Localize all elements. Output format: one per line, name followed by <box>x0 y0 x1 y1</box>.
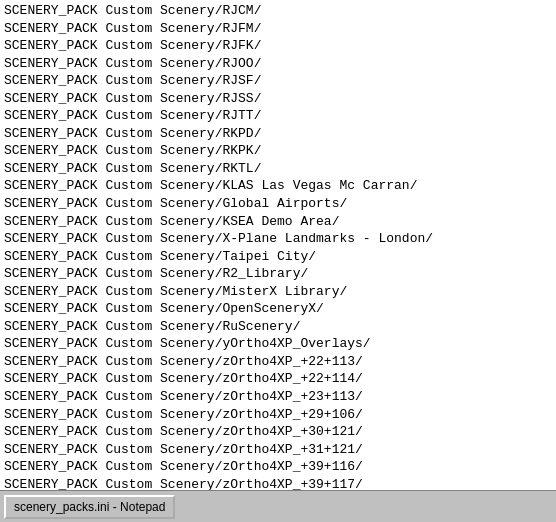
list-item: SCENERY_PACK Custom Scenery/RKTL/ <box>4 160 552 178</box>
list-item: SCENERY_PACK Custom Scenery/Global Airpo… <box>4 195 552 213</box>
list-item: SCENERY_PACK Custom Scenery/zOrtho4XP_+2… <box>4 353 552 371</box>
list-item: SCENERY_PACK Custom Scenery/R2_Library/ <box>4 265 552 283</box>
list-item: SCENERY_PACK Custom Scenery/RKPK/ <box>4 142 552 160</box>
list-item: SCENERY_PACK Custom Scenery/Taipei City/ <box>4 248 552 266</box>
list-item: SCENERY_PACK Custom Scenery/zOrtho4XP_+3… <box>4 441 552 459</box>
list-item: SCENERY_PACK Custom Scenery/RJOO/ <box>4 55 552 73</box>
list-item: SCENERY_PACK Custom Scenery/zOrtho4XP_+3… <box>4 458 552 476</box>
list-item: SCENERY_PACK Custom Scenery/zOrtho4XP_+2… <box>4 370 552 388</box>
list-item: SCENERY_PACK Custom Scenery/RJSF/ <box>4 72 552 90</box>
list-item: SCENERY_PACK Custom Scenery/zOrtho4XP_+2… <box>4 406 552 424</box>
text-content[interactable]: SCENERY_PACK Custom Scenery/RJCM/SCENERY… <box>0 0 556 490</box>
list-item: SCENERY_PACK Custom Scenery/RKPD/ <box>4 125 552 143</box>
list-item: SCENERY_PACK Custom Scenery/zOrtho4XP_+2… <box>4 388 552 406</box>
list-item: SCENERY_PACK Custom Scenery/RuScenery/ <box>4 318 552 336</box>
list-item: SCENERY_PACK Custom Scenery/RJFK/ <box>4 37 552 55</box>
list-item: SCENERY_PACK Custom Scenery/X-Plane Land… <box>4 230 552 248</box>
list-item: SCENERY_PACK Custom Scenery/yOrtho4XP_Ov… <box>4 335 552 353</box>
list-item: SCENERY_PACK Custom Scenery/OpenSceneryX… <box>4 300 552 318</box>
list-item: SCENERY_PACK Custom Scenery/KLAS Las Veg… <box>4 177 552 195</box>
list-item: SCENERY_PACK Custom Scenery/RJCM/ <box>4 2 552 20</box>
list-item: SCENERY_PACK Custom Scenery/RJSS/ <box>4 90 552 108</box>
list-item: SCENERY_PACK Custom Scenery/MisterX Libr… <box>4 283 552 301</box>
list-item: SCENERY_PACK Custom Scenery/zOrtho4XP_+3… <box>4 476 552 490</box>
list-item: SCENERY_PACK Custom Scenery/zOrtho4XP_+3… <box>4 423 552 441</box>
list-item: SCENERY_PACK Custom Scenery/RJTT/ <box>4 107 552 125</box>
list-item: SCENERY_PACK Custom Scenery/KSEA Demo Ar… <box>4 213 552 231</box>
list-item: SCENERY_PACK Custom Scenery/RJFM/ <box>4 20 552 38</box>
taskbar: scenery_packs.ini - Notepad <box>0 490 556 522</box>
taskbar-button[interactable]: scenery_packs.ini - Notepad <box>4 495 175 519</box>
